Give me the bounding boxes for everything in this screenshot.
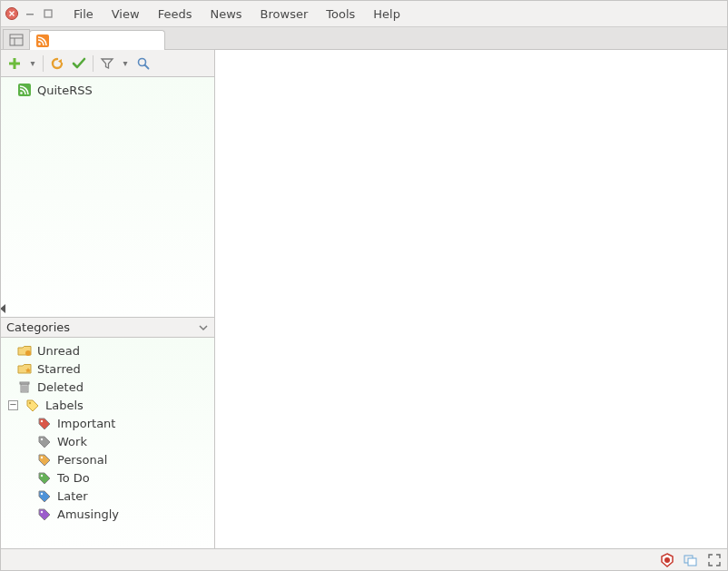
search-icon — [136, 56, 151, 71]
tag-icon — [37, 417, 52, 429]
svg-rect-1 — [26, 14, 34, 15]
svg-marker-10 — [58, 59, 62, 64]
fullscreen-icon — [707, 553, 722, 567]
menu-feeds[interactable]: Feeds — [151, 5, 200, 23]
category-unread[interactable]: Unread — [1, 341, 214, 359]
window-minimize-button[interactable] — [23, 6, 37, 21]
refresh-icon — [50, 56, 64, 71]
svg-point-23 — [41, 420, 43, 422]
fullscreen-button[interactable] — [707, 553, 722, 567]
main-view — [215, 50, 727, 548]
funnel-icon — [100, 56, 114, 71]
content-area: ▾ ▾ — [1, 50, 727, 548]
svg-point-25 — [41, 457, 43, 458]
svg-point-30 — [664, 557, 670, 563]
tag-icon — [37, 507, 52, 520]
category-starred[interactable]: Starred — [1, 359, 214, 378]
folder-unread-icon — [17, 344, 32, 357]
tag-icon — [37, 489, 52, 502]
adblock-icon — [660, 553, 674, 567]
toolbar-separator — [93, 55, 93, 72]
svg-line-12 — [145, 64, 149, 68]
adblock-button[interactable] — [660, 553, 674, 567]
check-icon — [72, 56, 86, 71]
menu-view[interactable]: View — [104, 5, 147, 23]
label-item[interactable]: To Do — [1, 468, 214, 487]
tag-icon — [37, 471, 52, 484]
folder-starred-icon — [17, 362, 32, 375]
menu-browser[interactable]: Browser — [253, 5, 316, 23]
svg-point-14 — [20, 92, 23, 94]
label-text: Amusingly — [57, 507, 119, 521]
feed-item-quiterss[interactable]: QuiteRSS — [1, 81, 214, 99]
feed-label: QuiteRSS — [37, 84, 93, 97]
add-feed-dropdown[interactable]: ▾ — [28, 58, 37, 68]
svg-point-24 — [41, 438, 43, 440]
menu-news[interactable]: News — [202, 5, 249, 23]
label-item[interactable]: Personal — [1, 450, 214, 468]
download-manager-button[interactable] — [684, 553, 698, 567]
label-item[interactable]: Important — [1, 414, 214, 432]
category-labels[interactable]: − Labels — [1, 396, 214, 414]
layout-icon — [9, 34, 24, 46]
tabbar — [1, 26, 727, 50]
label-text: Later — [57, 489, 88, 503]
window-maximize-button[interactable] — [41, 6, 55, 21]
svg-point-15 — [25, 350, 31, 356]
chevron-down-icon — [198, 322, 209, 333]
label-text: Personal — [57, 453, 107, 467]
sidebar-toolbar: ▾ ▾ — [1, 50, 214, 77]
filter-button[interactable] — [99, 55, 115, 72]
category-deleted[interactable]: Deleted — [1, 378, 214, 396]
label-text: Work — [57, 435, 87, 448]
svg-point-27 — [41, 493, 43, 495]
svg-rect-13 — [18, 84, 31, 96]
trash-icon — [17, 380, 32, 393]
feed-icon — [17, 83, 32, 97]
windows-icon — [684, 553, 698, 567]
category-label: Deleted — [37, 380, 84, 394]
update-feeds-button[interactable] — [49, 55, 65, 72]
label-item[interactable]: Later — [1, 487, 214, 505]
svg-rect-32 — [688, 558, 696, 566]
label-item[interactable]: Work — [1, 432, 214, 450]
labels-title: Labels — [45, 399, 84, 412]
search-button[interactable] — [135, 55, 152, 72]
svg-point-22 — [29, 402, 31, 404]
menu-tools[interactable]: Tools — [319, 5, 362, 23]
menu-help[interactable]: Help — [366, 5, 408, 23]
menu-file[interactable]: File — [66, 5, 101, 23]
toolbar-separator — [43, 55, 44, 72]
sidebar: ▾ ▾ — [1, 50, 215, 548]
svg-rect-6 — [36, 34, 49, 47]
menubar: File View Feeds News Browser Tools Help — [1, 1, 727, 26]
tag-icon — [25, 399, 40, 411]
label-text: To Do — [57, 471, 90, 485]
statusbar — [1, 548, 727, 570]
add-feed-button[interactable] — [6, 55, 23, 72]
categories-header[interactable]: Categories — [1, 318, 214, 338]
filter-dropdown[interactable]: ▾ — [121, 58, 130, 68]
svg-point-28 — [41, 511, 43, 513]
label-item[interactable]: Amusingly — [1, 505, 214, 523]
plus-icon — [7, 56, 22, 71]
label-text: Important — [57, 417, 115, 430]
collapse-arrow-icon[interactable] — [0, 304, 5, 313]
mark-read-button[interactable] — [71, 55, 87, 72]
category-label: Starred — [37, 362, 81, 376]
svg-rect-2 — [44, 10, 52, 17]
tag-icon — [37, 453, 52, 466]
expander-minus-icon[interactable]: − — [8, 400, 18, 410]
tag-icon — [37, 435, 52, 448]
svg-point-26 — [41, 475, 43, 477]
svg-rect-3 — [10, 34, 23, 45]
feeds-tree[interactable]: QuiteRSS — [1, 77, 214, 318]
category-label: Unread — [37, 344, 80, 358]
tab-feeds[interactable] — [29, 30, 165, 50]
window-close-button[interactable] — [5, 6, 19, 21]
categories-tree[interactable]: Unread Starred Deleted — [1, 338, 214, 548]
svg-rect-18 — [20, 382, 29, 384]
tab-layout[interactable] — [3, 29, 30, 49]
categories-title: Categories — [6, 320, 70, 334]
svg-point-7 — [38, 43, 41, 45]
